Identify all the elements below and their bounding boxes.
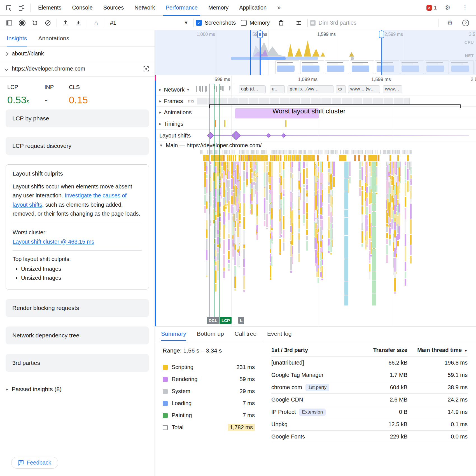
insight-card-lcp-request-discovery[interactable]: LCP request discovery xyxy=(6,137,149,155)
table-row[interactable]: [unattributed] 66.2 kB 196.8 ms xyxy=(271,357,468,369)
tab-event-log[interactable]: Event log xyxy=(267,326,292,341)
table-row[interactable]: Google Fonts 229 kB 0.0 ms xyxy=(271,431,468,443)
tab-sources[interactable]: Sources xyxy=(98,0,129,16)
tab-application[interactable]: Application xyxy=(234,0,272,16)
track-timings[interactable]: ▸Timings xyxy=(155,118,476,130)
settings-gear-icon[interactable]: ⚙ xyxy=(441,1,454,14)
dim-3rd-parties-toggle[interactable] xyxy=(310,20,316,26)
network-request-chip[interactable]: u… xyxy=(270,85,285,93)
flame-bar xyxy=(359,162,361,169)
legend-row-system[interactable]: System29 ms xyxy=(163,385,255,397)
marker-chip-dcl[interactable]: DCL xyxy=(207,317,219,324)
memory-checkbox[interactable] xyxy=(241,20,247,26)
capture-screenshot-icon[interactable] xyxy=(143,66,150,72)
track-layout-shifts[interactable]: Layout shifts xyxy=(155,130,476,141)
network-request-chip[interactable]: www… xyxy=(383,85,402,93)
feedback-button[interactable]: Feedback xyxy=(11,457,58,469)
legend-row-painting[interactable]: Painting7 ms xyxy=(163,409,255,421)
drag-grip-icon[interactable] xyxy=(257,31,263,38)
kebab-menu-icon[interactable]: ⋮ xyxy=(459,1,472,14)
tab-performance[interactable]: Performance xyxy=(160,0,203,16)
tab-annotations[interactable]: Annotations xyxy=(38,30,69,46)
insight-card-lcp-by-phase[interactable]: LCP by phase xyxy=(6,109,149,127)
metric-lcp[interactable]: LCP 0.53s xyxy=(7,84,29,106)
filmstrip-thumbnail[interactable] xyxy=(350,60,374,74)
tab-summary[interactable]: Summary xyxy=(161,326,186,341)
filmstrip-thumbnail[interactable] xyxy=(450,60,474,74)
flame-chart[interactable] xyxy=(155,149,476,326)
error-badge[interactable]: × 1 xyxy=(426,5,437,11)
insight-card-network-dependency-tree[interactable]: Network dependency tree xyxy=(6,326,149,344)
table-header[interactable]: 1st / 3rd party Transfer size Main threa… xyxy=(271,344,468,357)
help-icon[interactable]: ? xyxy=(459,17,472,29)
layout-shift-diamond[interactable] xyxy=(207,132,214,139)
layout-shift-diamond[interactable] xyxy=(266,133,271,138)
more-tabs-icon[interactable]: » xyxy=(272,0,286,16)
tab-network[interactable]: Network xyxy=(129,0,160,16)
table-row[interactable]: IP ProtectExtension 0 B 14.9 ms xyxy=(271,406,468,418)
metric-inp[interactable]: INP - xyxy=(45,84,54,106)
throttle-conditions-icon[interactable] xyxy=(292,17,305,29)
history-select[interactable]: #1 ▼ xyxy=(107,17,191,29)
inspect-element-icon[interactable] xyxy=(2,1,15,14)
filmstrip-thumbnail[interactable] xyxy=(375,60,399,74)
table-row[interactable]: Google Tag Manager 1.7 MB 59.1 ms xyxy=(271,369,468,381)
nav-item-site[interactable]: https://developer.chrome.com xyxy=(0,61,155,77)
metric-cls[interactable]: CLS 0.15 xyxy=(69,84,88,106)
filmstrip-thumbnail[interactable] xyxy=(275,60,299,74)
filmstrip-thumbnail[interactable] xyxy=(475,60,476,74)
network-request-chip[interactable]: www… (w… xyxy=(348,85,380,93)
device-toolbar-icon[interactable] xyxy=(15,1,28,14)
network-request-chip[interactable]: gtm.js…(ww… xyxy=(288,85,333,93)
legend-row-rendering[interactable]: Rendering59 ms xyxy=(163,373,255,385)
header-transfer-size[interactable]: Transfer size xyxy=(357,347,407,353)
load-profile-icon[interactable] xyxy=(59,17,72,29)
record-button[interactable] xyxy=(16,17,29,29)
insight-card-layout-shift-culprits[interactable]: Layout shift culprits Layout shifts occu… xyxy=(6,164,149,290)
track-network[interactable]: ▸Network▾ ogb (d…u…gtm.js…(ww…⚙www… (w…w… xyxy=(155,84,476,95)
table-row[interactable]: Google CDN 2.6 MB 24.2 ms xyxy=(271,394,468,406)
filmstrip-thumbnail[interactable] xyxy=(425,60,449,74)
right-range-handle[interactable] xyxy=(381,30,382,75)
tab-memory[interactable]: Memory xyxy=(203,0,234,16)
toggle-sidebar-icon[interactable] xyxy=(3,17,16,29)
marker-chip-l[interactable]: L xyxy=(238,317,244,324)
network-request-chip[interactable]: ogb (d… xyxy=(239,85,266,93)
layout-shift-diamond[interactable] xyxy=(232,131,241,140)
table-row[interactable]: Unpkg 12.5 kB 0.1 ms xyxy=(271,418,468,431)
legend-row-scripting[interactable]: Scripting231 ms xyxy=(163,361,255,373)
clear-recording-icon[interactable] xyxy=(41,17,54,29)
insight-card-3rd-parties[interactable]: 3rd parties xyxy=(6,354,149,372)
tab-console[interactable]: Console xyxy=(67,0,98,16)
reload-and-record-button[interactable] xyxy=(29,17,41,29)
main-thread-track-header[interactable]: ▼ Main — https://developer.chrome.com/ xyxy=(155,141,476,149)
tab-elements[interactable]: Elements xyxy=(33,0,67,16)
header-main-thread-time[interactable]: Main thread time▼ xyxy=(407,347,468,353)
screenshots-checkbox[interactable]: ✓ xyxy=(196,20,202,26)
insight-card-render-blocking[interactable]: Render blocking requests xyxy=(6,299,149,317)
drag-grip-icon[interactable] xyxy=(379,31,384,38)
live-metrics-home-icon[interactable]: ⌂ xyxy=(90,17,102,29)
timeline-detail[interactable]: 599 ms 1,099 ms 1,599 ms 2,5 ▸Network▾ o… xyxy=(155,75,476,326)
marker-chip-lcp[interactable]: LCP xyxy=(220,317,232,324)
tab-bottom-up[interactable]: Bottom-up xyxy=(197,326,224,341)
save-profile-icon[interactable] xyxy=(72,17,85,29)
nav-item-about-blank[interactable]: about://blank xyxy=(0,46,155,61)
layout-shift-diamond[interactable] xyxy=(281,133,286,138)
worst-cluster-link[interactable]: Layout shift cluster @ 463.15 ms xyxy=(13,239,94,245)
passed-insights-row[interactable]: ▸ Passed insights (8) xyxy=(0,381,155,397)
filmstrip-thumbnail[interactable] xyxy=(300,60,324,74)
tab-insights[interactable]: Insights xyxy=(7,30,27,46)
left-range-handle[interactable] xyxy=(260,30,261,75)
filmstrip-thumbnail[interactable] xyxy=(400,60,424,74)
filmstrip-thumbnail[interactable] xyxy=(325,60,349,74)
capture-settings-gear-icon[interactable]: ⚙ xyxy=(444,17,456,29)
network-request-chip[interactable]: ⚙ xyxy=(336,85,346,93)
header-party[interactable]: 1st / 3rd party xyxy=(271,347,357,353)
legend-row-loading[interactable]: Loading7 ms xyxy=(163,397,255,409)
legend-row-total[interactable]: Total1,782 ms xyxy=(163,421,255,433)
garbage-collect-icon[interactable] xyxy=(275,17,288,29)
timeline-overview[interactable]: 1,000 ms 599 ms 1,599 ms 2,599 ms 3,5 CP… xyxy=(155,30,476,75)
tab-call-tree[interactable]: Call tree xyxy=(235,326,256,341)
table-row[interactable]: chrome.com1st party 604 kB 38.9 ms xyxy=(271,381,468,394)
